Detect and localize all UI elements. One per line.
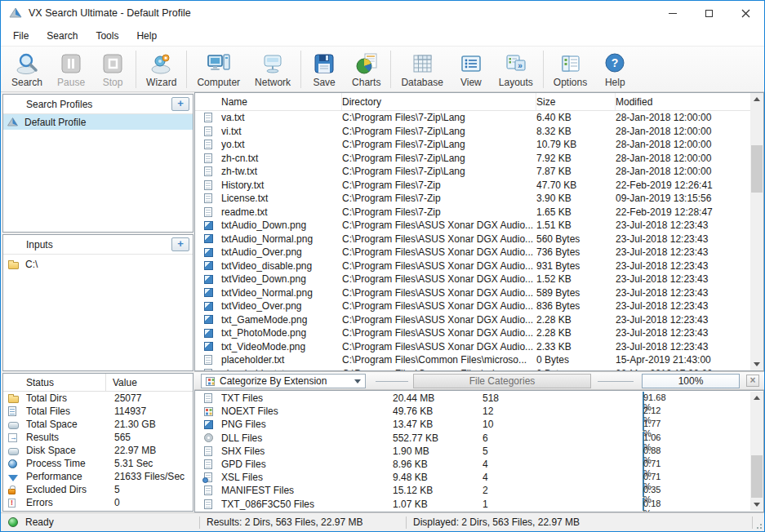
category-count: 4: [483, 472, 643, 483]
scroll-up-icon[interactable]: [750, 392, 763, 405]
toolbar-wizard-button[interactable]: Wizard: [139, 48, 184, 91]
folder-icon: [8, 262, 19, 269]
file-list-scrollbar[interactable]: [750, 93, 763, 370]
file-name: txtAudio_Over.png: [221, 246, 342, 258]
category-row[interactable]: PNG Files 13.47 KB 10 1.77 %: [195, 418, 750, 431]
scrollbar-thumb[interactable]: [751, 455, 763, 498]
toolbar-search-button[interactable]: Search: [4, 48, 50, 91]
table-row[interactable]: License.txt C:\Program Files\7-Zip 3.90 …: [195, 192, 750, 206]
category-row[interactable]: NOEXT Files 49.76 KB 12 2.12 %: [195, 405, 750, 418]
txt-icon: [204, 166, 212, 176]
table-row[interactable]: txtAudio_Over.png C:\Program Files\ASUS …: [195, 246, 750, 259]
category-size: 13.47 KB: [393, 419, 483, 430]
table-row[interactable]: txtAudio_Down.png C:\Program Files\ASUS …: [195, 219, 750, 233]
toolbar-save-button[interactable]: Save: [304, 48, 345, 91]
file-modified: 23-Jul-2018 12:23:43: [616, 287, 750, 299]
table-row[interactable]: yo.txt C:\Program Files\7-Zip\Lang 10.79…: [195, 138, 750, 152]
menu-file[interactable]: File: [4, 27, 38, 45]
category-name: SHX Files: [221, 446, 393, 457]
menu-tools[interactable]: Tools: [87, 27, 127, 45]
category-row[interactable]: XSL Files 9.48 KB 4 0.71 %: [195, 471, 750, 484]
toolbar-computer-button[interactable]: Computer: [189, 48, 247, 91]
close-button[interactable]: [727, 1, 764, 25]
toolbar-database-button[interactable]: Database: [394, 48, 450, 91]
category-row[interactable]: SHX Files 1.90 MB 5 0.88 %: [195, 445, 750, 458]
status-row: Results 565: [3, 431, 193, 444]
toolbar-network-button[interactable]: Network: [247, 48, 298, 91]
table-row[interactable]: readme.txt C:\Program Files\7-Zip 1.65 K…: [195, 206, 750, 219]
category-row[interactable]: TXT_086F3C50 Files 1.07 KB 1 0.18 %: [195, 498, 750, 511]
file-size: 0 Bytes: [536, 368, 616, 370]
zoom-level-button[interactable]: 100%: [642, 374, 740, 388]
toolbar-separator: [390, 51, 391, 88]
status-value: 21633 Files/Sec: [108, 471, 193, 482]
txt-icon: [204, 126, 212, 136]
content-area: Search Profiles + Default Profile Inputs…: [1, 92, 764, 512]
file-directory: C:\Program Files\7-Zip: [342, 193, 536, 204]
profile-item-default[interactable]: Default Profile: [3, 114, 193, 130]
scrollbar-thumb[interactable]: [751, 145, 763, 193]
column-header-name[interactable]: Name: [221, 93, 342, 110]
file-categories-button[interactable]: File Categories: [413, 374, 591, 388]
close-category-panel-button[interactable]: ×: [746, 375, 759, 387]
profile-label: Default Profile: [24, 117, 86, 128]
table-row[interactable]: txtVideo_disable.png C:\Program Files\AS…: [195, 259, 750, 273]
file-directory: C:\Program Files\ASUS Xonar DGX Audio...: [342, 341, 536, 352]
table-row[interactable]: placeholder.txt C:\Program Files\Common …: [195, 353, 750, 367]
table-row[interactable]: txtVideo_Over.png C:\Program Files\ASUS …: [195, 299, 750, 313]
category-row[interactable]: MANIFEST Files 15.12 KB 2 0.35 %: [195, 484, 750, 497]
column-header-size[interactable]: Size: [536, 93, 616, 110]
column-header-directory[interactable]: Directory: [342, 93, 536, 110]
menu-search[interactable]: Search: [38, 27, 87, 45]
scroll-down-icon[interactable]: [750, 498, 763, 511]
title-bar[interactable]: VX Search Ultimate - Default Profile: [1, 1, 764, 25]
toolbar-layouts-button[interactable]: » Layouts: [491, 48, 540, 91]
close-icon: [741, 9, 750, 18]
table-row[interactable]: txt_GameMode.png C:\Program Files\ASUS X…: [195, 313, 750, 327]
status-value: 114937: [108, 406, 193, 417]
table-row[interactable]: zh-cn.txt C:\Program Files\7-Zip\Lang 7.…: [195, 152, 750, 166]
menu-help[interactable]: Help: [127, 27, 166, 45]
table-row[interactable]: placeholder.txt C:\Program Files\Common …: [195, 367, 750, 371]
table-row[interactable]: txtVideo_Normal.png C:\Program Files\ASU…: [195, 286, 750, 300]
column-header-modified[interactable]: Modified: [616, 93, 750, 110]
table-row[interactable]: txt_PhotoMode.png C:\Program Files\ASUS …: [195, 326, 750, 340]
toolbar-options-button[interactable]: Options: [546, 48, 594, 91]
scroll-down-icon[interactable]: [750, 357, 763, 370]
category-size: 1.90 MB: [393, 446, 483, 457]
maximize-button[interactable]: [691, 1, 727, 25]
txt-icon: [204, 193, 212, 203]
table-row[interactable]: va.txt C:\Program Files\7-Zip\Lang 6.40 …: [195, 111, 750, 125]
table-row[interactable]: History.txt C:\Program Files\7-Zip 47.70…: [195, 179, 750, 193]
toolbar: Search Pause Stop Wizard Computer Networ…: [1, 47, 764, 92]
file-size: 0 Bytes: [536, 354, 616, 366]
resize-grip[interactable]: [756, 523, 763, 530]
category-row[interactable]: TXT Files 20.44 MB 518 91.68 %: [195, 392, 750, 405]
table-row[interactable]: vi.txt C:\Program Files\7-Zip\Lang 8.32 …: [195, 125, 750, 139]
toolbar-help-button[interactable]: ? Help: [594, 48, 635, 91]
toolbar-charts-button[interactable]: Charts: [345, 48, 388, 91]
minimize-button[interactable]: [654, 1, 691, 25]
scroll-up-icon[interactable]: [750, 93, 763, 106]
file-name: License.txt: [221, 193, 342, 204]
table-row[interactable]: txt_VideoMode.png C:\Program Files\ASUS …: [195, 340, 750, 354]
status-label: Total Dirs: [26, 392, 108, 404]
toolbar-view-button[interactable]: View: [451, 48, 491, 91]
file-directory: C:\Program Files\ASUS Xonar DGX Audio...: [342, 219, 536, 231]
category-row[interactable]: DLL Files 552.77 KB 6 1.06 %: [195, 432, 750, 445]
input-item[interactable]: C:\: [3, 256, 193, 272]
category-list-scrollbar[interactable]: [750, 392, 763, 511]
table-row[interactable]: zh-tw.txt C:\Program Files\7-Zip\Lang 7.…: [195, 165, 750, 179]
add-input-button[interactable]: +: [171, 237, 189, 251]
file-directory: C:\Program Files\ASUS Xonar DGX Audio...: [342, 260, 536, 272]
category-row[interactable]: GPD Files 8.96 KB 4 0.71 %: [195, 458, 750, 471]
table-row[interactable]: txtAudio_Normal.png C:\Program Files\ASU…: [195, 233, 750, 246]
add-profile-button[interactable]: +: [171, 97, 189, 111]
file-directory: C:\Program Files\7-Zip\Lang: [342, 139, 536, 150]
categorize-mode-label: Categorize By Extension: [220, 375, 327, 387]
file-size: 7.87 KB: [536, 166, 616, 177]
png-icon: [204, 315, 213, 324]
table-row[interactable]: txtVideo_Down.png C:\Program Files\ASUS …: [195, 273, 750, 286]
percent-bar: 1.06 %: [643, 432, 644, 445]
categorize-mode-select[interactable]: Categorize By Extension: [201, 374, 366, 388]
